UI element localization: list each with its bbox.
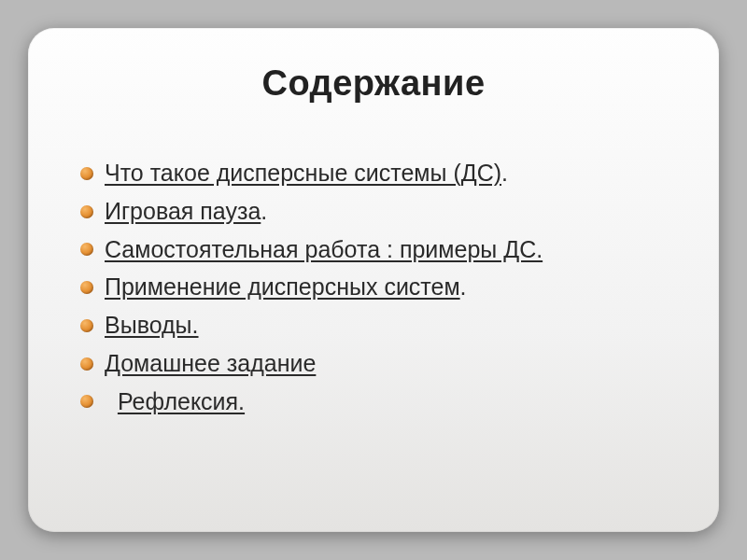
bullet-icon: [80, 319, 93, 332]
list-item-link[interactable]: Применение дисперсных систем: [105, 273, 460, 300]
list-item-link[interactable]: Что такое дисперсные системы (ДС): [105, 160, 501, 186]
list-item-link[interactable]: Выводы.: [105, 312, 199, 338]
slide: Содержание Что такое дисперсные системы …: [28, 28, 719, 532]
list-item-after: .: [501, 160, 508, 186]
list-item-link[interactable]: Самостоятельная работа : примеры ДС.: [105, 236, 543, 262]
list-item: Выводы.: [80, 310, 672, 342]
contents-list: Что такое дисперсные системы (ДС).Игрова…: [75, 158, 672, 417]
list-item-link[interactable]: Домашнее задание: [105, 350, 316, 376]
list-item-text[interactable]: Самостоятельная работа : примеры ДС.: [105, 234, 543, 266]
bullet-icon: [80, 357, 93, 371]
list-item: Домашнее задание: [80, 348, 672, 380]
list-item-text[interactable]: Домашнее задание: [105, 348, 316, 380]
bullet-icon: [80, 205, 93, 218]
list-item: Игровая пауза.: [80, 196, 672, 228]
list-item-text[interactable]: Игровая пауза.: [105, 196, 267, 228]
list-item: Применение дисперсных систем.: [80, 272, 672, 303]
list-item-text[interactable]: Рефлексия.: [105, 386, 245, 418]
list-item: Что такое дисперсные системы (ДС).: [80, 158, 672, 189]
list-item-text[interactable]: Выводы.: [105, 310, 199, 342]
bullet-icon: [80, 395, 93, 408]
slide-title: Содержание: [75, 63, 672, 104]
list-item-link[interactable]: Рефлексия.: [118, 388, 245, 414]
list-item-text[interactable]: Применение дисперсных систем.: [105, 272, 467, 303]
list-item-after: .: [460, 273, 467, 300]
list-item-before: [105, 388, 118, 414]
list-item-after: .: [261, 198, 267, 224]
bullet-icon: [80, 243, 93, 256]
bullet-icon: [80, 167, 93, 180]
list-item-text[interactable]: Что такое дисперсные системы (ДС).: [105, 158, 508, 189]
list-item: Самостоятельная работа : примеры ДС.: [80, 234, 672, 266]
list-item: Рефлексия.: [80, 386, 672, 418]
bullet-icon: [80, 281, 93, 294]
list-item-link[interactable]: Игровая пауза: [105, 198, 261, 224]
